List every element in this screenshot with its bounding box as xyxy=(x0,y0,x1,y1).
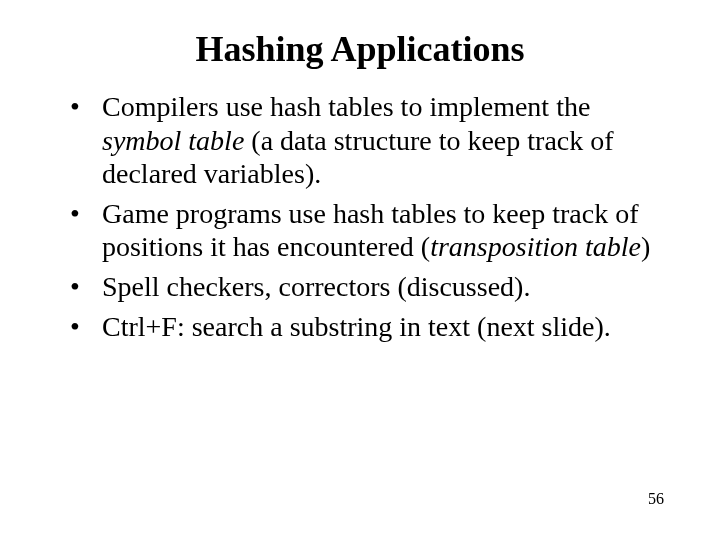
bullet-item: Spell checkers, correctors (discussed). xyxy=(70,270,672,304)
slide-title: Hashing Applications xyxy=(0,0,720,90)
bullet-text: Spell checkers, correctors (discussed). xyxy=(102,271,530,302)
slide: Hashing Applications Compilers use hash … xyxy=(0,0,720,540)
bullet-italic: transposition table xyxy=(430,231,641,262)
bullet-text: Compilers use hash tables to implement t… xyxy=(102,91,590,122)
bullet-item: Ctrl+F: search a substring in text (next… xyxy=(70,310,672,344)
bullet-text: ) xyxy=(641,231,650,262)
bullet-italic: symbol table xyxy=(102,125,244,156)
bullet-list: Compilers use hash tables to implement t… xyxy=(70,90,672,343)
bullet-text: Ctrl+F: search a substring in text (next… xyxy=(102,311,611,342)
slide-body: Compilers use hash tables to implement t… xyxy=(0,90,720,343)
page-number: 56 xyxy=(648,490,664,508)
bullet-item: Compilers use hash tables to implement t… xyxy=(70,90,672,191)
bullet-item: Game programs use hash tables to keep tr… xyxy=(70,197,672,264)
